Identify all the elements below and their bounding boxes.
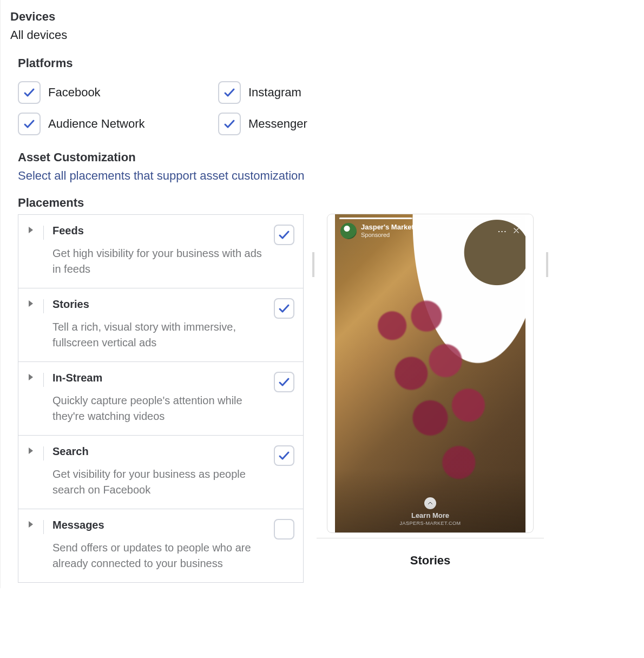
- divider: [43, 226, 44, 240]
- devices-value: All devices: [10, 28, 634, 42]
- placement-messages-row: Messages Send offers or updates to peopl…: [18, 509, 303, 582]
- placement-desc: Tell a rich, visual story with immersive…: [52, 319, 264, 351]
- preview-divider: [317, 538, 544, 538]
- story-sponsored-label: Sponsored: [361, 232, 414, 239]
- expand-toggle[interactable]: [25, 298, 37, 307]
- platforms-grid: Facebook Instagram Audience Network Mess…: [18, 81, 634, 135]
- platform-messenger-checkbox[interactable]: [218, 113, 241, 135]
- close-icon[interactable]: [512, 227, 520, 236]
- placement-title: Feeds: [52, 225, 270, 237]
- caret-right-icon: [29, 521, 33, 528]
- phone-button-left: [312, 252, 314, 277]
- expand-toggle[interactable]: [25, 445, 37, 454]
- placement-desc: Quickly capture people's attention while…: [52, 393, 264, 424]
- divider: [43, 373, 44, 387]
- placement-title: Search: [52, 445, 270, 458]
- asset-customization-heading: Asset Customization: [18, 150, 634, 164]
- asset-customization-link[interactable]: Select all placements that support asset…: [18, 169, 634, 183]
- caret-right-icon: [29, 448, 33, 454]
- phone-button-right: [546, 252, 548, 277]
- placements-heading: Placements: [18, 196, 634, 210]
- avatar: [340, 223, 357, 239]
- placements-list: Feeds Get high visibility for your busin…: [18, 214, 304, 583]
- platform-label: Instagram: [248, 85, 301, 100]
- story-header: Jasper's Market Sponsored ···: [340, 223, 520, 239]
- expand-toggle[interactable]: [25, 519, 37, 528]
- expand-toggle[interactable]: [25, 225, 37, 233]
- placement-title: Stories: [52, 298, 270, 311]
- caret-right-icon: [29, 227, 33, 233]
- preview-caption: Stories: [317, 554, 544, 568]
- cta-label: Learn More: [335, 511, 525, 519]
- placement-stories-row: Stories Tell a rich, visual story with i…: [18, 288, 303, 362]
- platform-instagram-checkbox[interactable]: [218, 81, 241, 104]
- placement-title: In-Stream: [52, 372, 270, 384]
- story-cta[interactable]: Learn More JASPERS-MARKET.COM: [335, 497, 525, 526]
- placement-messages-checkbox[interactable]: [274, 519, 294, 539]
- platform-facebook-checkbox[interactable]: [18, 81, 41, 104]
- placement-in-stream-checkbox[interactable]: [274, 372, 294, 392]
- story-brand-name: Jasper's Market: [361, 223, 414, 232]
- divider: [43, 446, 44, 460]
- placement-feeds-row: Feeds Get high visibility for your busin…: [18, 215, 303, 288]
- placement-title: Messages: [52, 519, 270, 531]
- placement-stories-checkbox[interactable]: [274, 298, 294, 319]
- expand-toggle[interactable]: [25, 372, 37, 380]
- devices-heading: Devices: [10, 10, 634, 24]
- placement-desc: Get high visibility for your business wi…: [52, 246, 264, 277]
- swipe-up-icon: [424, 497, 436, 509]
- placement-in-stream-row: In-Stream Quickly capture people's atten…: [18, 362, 303, 436]
- caret-right-icon: [29, 300, 33, 307]
- story-progress-bar: [339, 218, 521, 219]
- platform-label: Audience Network: [48, 117, 145, 131]
- platforms-heading: Platforms: [18, 56, 634, 70]
- platform-messenger: Messenger: [218, 113, 418, 135]
- placement-search-row: Search Get visibility for your business …: [18, 436, 303, 509]
- preview-phone: Jasper's Market Sponsored ···: [327, 214, 533, 532]
- placement-search-checkbox[interactable]: [274, 445, 294, 466]
- divider: [43, 299, 44, 313]
- platform-audience-network-checkbox[interactable]: [18, 113, 41, 135]
- more-icon[interactable]: ···: [498, 227, 507, 235]
- divider: [43, 520, 44, 534]
- platform-label: Facebook: [48, 85, 101, 100]
- platform-audience-network: Audience Network: [18, 113, 218, 135]
- preview-column: Jasper's Market Sponsored ···: [317, 214, 544, 568]
- platform-label: Messenger: [248, 117, 307, 131]
- cta-url: JASPERS-MARKET.COM: [335, 521, 525, 526]
- placement-desc: Send offers or updates to people who are…: [52, 540, 264, 571]
- platform-instagram: Instagram: [218, 81, 418, 104]
- placement-desc: Get visibility for your business as peop…: [52, 466, 264, 498]
- story-preview-image: Jasper's Market Sponsored ···: [335, 214, 525, 532]
- platform-facebook: Facebook: [18, 81, 218, 104]
- caret-right-icon: [29, 374, 33, 380]
- placement-feeds-checkbox[interactable]: [274, 225, 294, 245]
